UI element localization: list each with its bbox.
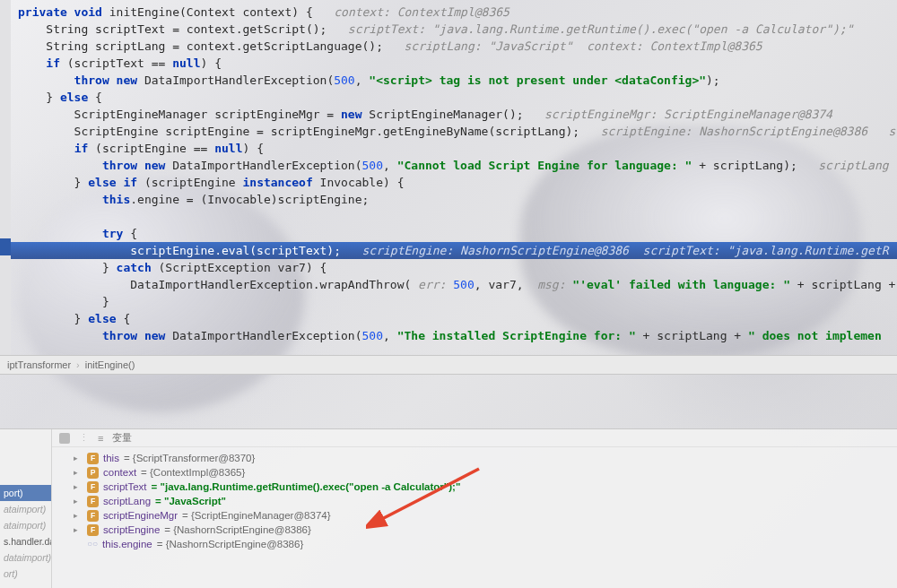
code-line[interactable]: } else if (scriptEngine instanceof Invoc… [0,174,897,191]
breadcrumb[interactable]: iptTransformer › initEngine() [0,355,897,375]
variable-name: scriptLang [103,496,151,506]
variable-name: scriptEngine [103,524,160,535]
expand-arrow-icon[interactable]: ▸ [74,525,83,534]
variable-value: = "java.lang.Runtime.getRuntime().exec("… [152,481,461,492]
variable-row[interactable]: ▸FscriptText = "java.lang.Runtime.getRun… [74,480,897,494]
stack-frame[interactable]: port) [0,485,51,501]
parameter-icon: P [87,467,99,479]
code-editor[interactable]: private void initEngine(Context context)… [0,0,897,355]
variable-name: this.engine [102,539,152,549]
variable-row[interactable]: ▸FscriptLang = "JavaScript" [74,494,897,508]
variable-row[interactable]: ▸Pcontext = {ContextImpl@8365} [74,465,897,480]
expand-arrow-icon[interactable]: ▸ [74,482,83,491]
restore-layout-icon[interactable] [59,433,70,444]
code-line[interactable]: } else { [0,89,897,106]
variable-value: = "JavaScript" [155,496,226,506]
field-icon: F [87,453,99,464]
variable-name: scriptText [103,481,147,492]
variable-value: = {ScriptEngineManager@8374} [182,510,330,521]
stack-frame[interactable]: ataimport) [0,501,51,517]
expand-arrow-icon[interactable]: ▸ [74,468,83,477]
variable-name: context [103,467,136,478]
code-line[interactable]: this.engine = (Invocable)scriptEngine; [0,191,897,208]
variable-value: = {NashornScriptEngine@8386} [157,539,304,549]
code-line[interactable]: String scriptText = context.getScript();… [0,21,897,38]
code-line[interactable]: DataImportHandlerException.wrapAndThrow(… [0,276,897,293]
breakpoint-marker[interactable] [0,238,11,255]
code-line[interactable]: ScriptEngine scriptEngine = scriptEngine… [0,123,897,140]
chevron-right-icon: › [76,359,80,370]
glasses-icon: ○○ [87,539,98,549]
expand-arrow-icon[interactable]: ▸ [74,497,83,506]
expand-arrow-icon[interactable]: ▸ [74,511,83,520]
variables-pane[interactable]: ⋮ ≡ 变量 ▸Fthis = {ScriptTransformer@8370}… [52,429,897,588]
breadcrumb-class[interactable]: iptTransformer [7,359,71,370]
field-icon: F [87,481,99,493]
code-line[interactable]: String scriptLang = context.getScriptLan… [0,38,897,55]
variables-toolbar: ⋮ ≡ 变量 [52,429,897,447]
debugger-panel: port) ataimport) ataimport) s.handler.da… [0,428,897,588]
variable-value: = {ScriptTransformer@8370} [124,453,255,463]
stack-frame[interactable]: s.handler.da [0,533,51,549]
code-line[interactable]: ScriptEngineManager scriptEngineMgr = ne… [0,106,897,123]
stack-frame[interactable]: ataimport) [0,517,51,533]
variable-row[interactable]: ▸FscriptEngineMgr = {ScriptEngineManager… [74,508,897,523]
variable-name: scriptEngineMgr [103,510,178,521]
code-line-current[interactable]: scriptEngine.eval(scriptText); scriptEng… [0,242,897,259]
list-icon[interactable]: ≡ [98,433,103,444]
variable-row[interactable]: ▸FscriptEngine = {NashornScriptEngine@83… [74,523,897,537]
code-line[interactable]: } catch (ScriptException var7) { [0,259,897,276]
code-line[interactable]: try { [0,225,897,242]
code-line[interactable]: if (scriptEngine == null) { [0,140,897,157]
code-line[interactable] [0,208,897,225]
breadcrumb-method[interactable]: initEngine() [85,359,135,370]
code-line[interactable]: throw new DataImportHandlerException(500… [0,327,897,344]
field-icon: F [87,524,99,536]
code-line[interactable]: } [0,293,897,310]
stack-frame[interactable]: dataimport) [0,549,51,566]
code-line[interactable]: throw new DataImportHandlerException(500… [0,157,897,174]
code-line[interactable]: throw new DataImportHandlerException(500… [0,72,897,89]
variable-value: = {ContextImpl@8365} [141,467,245,478]
field-icon: F [87,496,99,507]
code-line[interactable]: } else { [0,310,897,327]
code-line[interactable]: if (scriptText == null) { [0,55,897,72]
variables-list[interactable]: ▸Fthis = {ScriptTransformer@8370}▸Pconte… [52,447,897,554]
variable-row[interactable]: ▸Fthis = {ScriptTransformer@8370} [74,451,897,465]
field-icon: F [87,510,99,522]
variable-row[interactable]: ○○this.engine = {NashornScriptEngine@838… [74,537,897,550]
variable-name: this [103,453,119,463]
variables-title: 变量 [112,431,132,445]
gutter [0,0,11,355]
separator-icon: ⋮ [79,432,89,444]
code-line[interactable]: private void initEngine(Context context)… [0,4,897,21]
expand-arrow-icon[interactable]: ▸ [74,454,83,463]
variable-value: = {NashornScriptEngine@8386} [164,524,311,535]
frames-pane[interactable]: port) ataimport) ataimport) s.handler.da… [0,429,52,588]
stack-frame[interactable]: ort) [0,566,51,582]
